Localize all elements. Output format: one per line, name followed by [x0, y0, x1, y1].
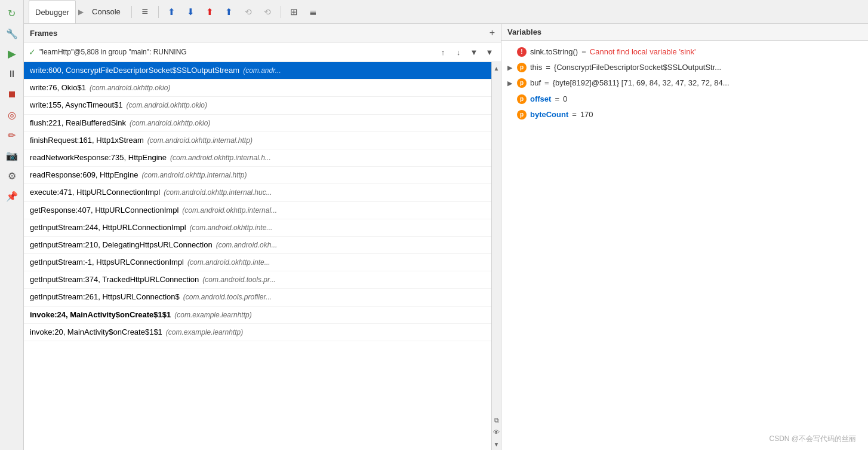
frame-method: execute:471, HttpURLConnectionImpl: [30, 187, 160, 198]
thread-more-btn[interactable]: ▼: [483, 45, 496, 59]
frame-package: (com.android.okhttp.inte...: [190, 223, 273, 233]
frame-package: (com.android.tools.pr...: [202, 275, 275, 285]
var-value: 0: [563, 94, 567, 105]
frame-method: getInputStream:-1, HttpsURLConnectionImp…: [30, 257, 184, 268]
split-pane: Frames + ✓ "learnHttp"@5,808 in group "m…: [24, 24, 868, 450]
pin-icon[interactable]: 📌: [4, 188, 20, 204]
pause-icon[interactable]: ⏸: [4, 66, 20, 82]
var-item: ▶pthis = {ConscryptFileDescriptorSocket$…: [501, 60, 868, 75]
var-value: {ConscryptFileDescriptorSocket$SSLOutput…: [554, 62, 721, 73]
frame-item[interactable]: write:155, AsyncTimeout$1(com.android.ok…: [24, 97, 491, 114]
step-into-btn[interactable]: ⬇: [183, 4, 199, 20]
scroll-up-arrow[interactable]: ▲: [492, 62, 501, 74]
frame-package: (com.android.okhttp.okio): [130, 118, 210, 128]
frame-package: (com.example.learnhttp): [174, 310, 251, 320]
var-expand-icon[interactable]: ▶: [507, 62, 513, 72]
var-expand-icon: [507, 94, 513, 95]
frame-package: (com.example.learnhttp): [166, 327, 243, 338]
frame-item[interactable]: readResponse:609, HttpEngine(com.android…: [24, 167, 491, 184]
var-equals: =: [555, 94, 559, 105]
frame-item[interactable]: readNetworkResponse:735, HttpEngine(com.…: [24, 149, 491, 167]
var-name: byteCount: [530, 109, 568, 120]
sidebar: ↻ 🔧 ▶ ⏸ ⏹ ◎ ✏ 📷 ⚙ 📌: [0, 0, 24, 450]
var-type-icon: !: [517, 47, 527, 57]
frames-list: write:600, ConscryptFileDescriptorSocket…: [24, 62, 491, 450]
add-frame-btn[interactable]: +: [490, 27, 495, 38]
frame-method: write:155, AsyncTimeout$1: [30, 100, 123, 111]
thread-up-btn[interactable]: ↑: [436, 45, 450, 59]
var-list: !sink.toString() = Cannot find local var…: [501, 41, 868, 450]
variables-header: Variables: [501, 24, 868, 41]
var-name: sink.toString(): [530, 47, 578, 57]
play-icon[interactable]: ▶: [4, 45, 20, 62]
frame-method: invoke:20, MainActivity$onCreate$1$1: [30, 327, 162, 338]
reset2-btn[interactable]: ⟲: [259, 4, 276, 20]
refresh-icon[interactable]: ↻: [4, 5, 20, 22]
var-value: 170: [580, 109, 593, 120]
camera-icon[interactable]: 📷: [4, 147, 20, 164]
menu-btn[interactable]: ≡: [137, 4, 153, 20]
frame-item[interactable]: getInputStream:210, DelegatingHttpsURLCo…: [24, 237, 491, 254]
run-cursor-btn[interactable]: ⬆: [221, 4, 238, 20]
frame-method: finishRequest:161, Http1xStream: [30, 135, 144, 146]
toolbar: Debugger ▶ Console ≡ ⬆ ⬇ ⬆ ⬆ ⟲ ⟲ ⊞ ≣: [24, 0, 868, 24]
frame-item[interactable]: execute:471, HttpURLConnectionImpl(com.a…: [24, 184, 491, 201]
step-out-btn[interactable]: ⬆: [202, 4, 218, 20]
frame-package: (com.android.okhttp.okio): [90, 83, 170, 93]
frame-item[interactable]: flush:221, RealBufferedSink(com.android.…: [24, 115, 491, 132]
step-over-btn[interactable]: ⬆: [164, 4, 180, 20]
thread-filter-btn[interactable]: ▼: [467, 45, 481, 59]
divider-3: [281, 6, 281, 18]
frame-item[interactable]: getResponse:407, HttpURLConnectionImpl(c…: [24, 202, 491, 219]
frame-item[interactable]: getInputStream:-1, HttpsURLConnectionImp…: [24, 254, 491, 271]
stop-icon[interactable]: ⏹: [4, 86, 20, 103]
var-expand-icon: [507, 47, 513, 48]
frame-item[interactable]: getInputStream:374, TrackedHttpURLConnec…: [24, 271, 491, 289]
eye-icon[interactable]: 👁: [492, 426, 501, 438]
frame-item[interactable]: getInputStream:261, HttpsURLConnection$(…: [24, 289, 491, 306]
scroll-controls: ▲ ⧉ 👁 ▼: [491, 62, 501, 450]
tab-console[interactable]: Console: [86, 5, 127, 19]
pencil-icon[interactable]: ✏: [4, 127, 20, 143]
frame-item[interactable]: write:76, Okio$1(com.android.okhttp.okio…: [24, 79, 491, 97]
thread-bar: ✓ "learnHttp"@5,808 in group "main": RUN…: [24, 42, 501, 62]
frame-item[interactable]: write:600, ConscryptFileDescriptorSocket…: [24, 62, 491, 79]
var-value: {byte[8192]@5811} [71, 69, 84, 32, 47, 3…: [553, 78, 730, 88]
frame-method: flush:221, RealBufferedSink: [30, 118, 126, 128]
variables-title: Variables: [507, 27, 541, 36]
list-view-btn[interactable]: ≣: [305, 4, 322, 20]
target-icon[interactable]: ◎: [4, 106, 20, 123]
frame-item[interactable]: invoke:24, MainActivity$onCreate$1$1(com…: [24, 307, 491, 324]
frame-item[interactable]: invoke:20, MainActivity$onCreate$1$1(com…: [24, 324, 491, 341]
frame-package: (com.android.okhttp.inte...: [187, 258, 270, 268]
frame-method: getResponse:407, HttpURLConnectionImpl: [30, 205, 178, 216]
frames-title: Frames: [30, 29, 57, 38]
var-expand-icon: [507, 109, 513, 111]
frame-item[interactable]: getInputStream:244, HttpURLConnectionImp…: [24, 219, 491, 237]
frame-method: write:600, ConscryptFileDescriptorSocket…: [30, 65, 239, 76]
table-view-btn[interactable]: ⊞: [286, 4, 303, 20]
frame-method: getInputStream:244, HttpURLConnectionImp…: [30, 222, 186, 233]
var-name: this: [530, 62, 542, 73]
frame-package: (com.android.okhttp.internal.http): [147, 136, 253, 146]
var-item: !sink.toString() = Cannot find local var…: [501, 44, 868, 60]
tab-debugger[interactable]: Debugger: [29, 0, 76, 23]
var-expand-icon[interactable]: ▶: [507, 78, 513, 88]
reset-btn[interactable]: ⟲: [240, 4, 257, 20]
frame-package: (com.android.tools.profiler...: [183, 292, 272, 302]
scroll-down-arrow[interactable]: ▼: [492, 438, 501, 450]
var-name: buf: [530, 78, 541, 88]
frame-method: write:76, Okio$1: [30, 82, 86, 93]
wrench-icon[interactable]: 🔧: [4, 25, 20, 42]
frame-item[interactable]: finishRequest:161, Http1xStream(com.andr…: [24, 132, 491, 149]
thread-down-btn[interactable]: ↓: [452, 45, 465, 59]
var-type-icon: p: [517, 110, 527, 120]
copy-icon[interactable]: ⧉: [492, 414, 501, 426]
frame-package: (com.android.okhttp.internal.h...: [170, 153, 271, 163]
settings-icon[interactable]: ⚙: [4, 167, 20, 184]
var-equals: =: [572, 109, 577, 120]
frames-header: Frames +: [24, 24, 501, 42]
var-type-icon: p: [517, 78, 527, 88]
var-type-icon: p: [517, 63, 527, 72]
thread-status-icon: ✓: [29, 47, 36, 57]
